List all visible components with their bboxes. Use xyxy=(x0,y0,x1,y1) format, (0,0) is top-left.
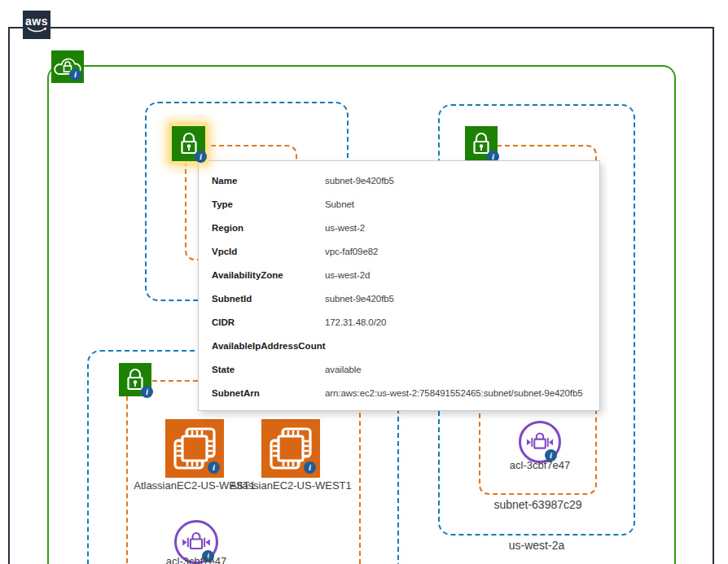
info-badge-icon[interactable]: i xyxy=(195,151,207,163)
subnet-tooltip: Name subnet-9e420fb5 Type Subnet Region … xyxy=(198,160,600,411)
ec2-instance-label-right: AtlassianEC2-US-WEST1 xyxy=(209,479,372,492)
network-acl-label-right: acl-3cbf7e47 xyxy=(479,459,601,471)
vpc-icon[interactable]: i xyxy=(51,50,84,83)
info-badge-icon[interactable]: i xyxy=(304,461,316,474)
tooltip-field-value: vpc-faf09e82 xyxy=(325,247,378,256)
subnet-lock-icon-hovered[interactable]: i xyxy=(172,126,205,161)
subnet-right-label: subnet-63987c29 xyxy=(479,498,597,511)
tooltip-row: SubnetId subnet-9e420fb5 xyxy=(199,286,599,310)
tooltip-row: AvailableIpAddressCount xyxy=(199,334,599,357)
aws-logo-text: aws xyxy=(25,16,48,27)
tooltip-row: SubnetArn arn:aws:ec2:us-west-2:75849155… xyxy=(199,381,599,404)
az-right-label: us-west-2a xyxy=(438,539,635,552)
info-badge-icon[interactable]: i xyxy=(141,386,153,398)
tooltip-field-label: State xyxy=(212,365,325,374)
tooltip-field-label: Name xyxy=(212,176,325,186)
tooltip-field-value: subnet-9e420fb5 xyxy=(325,294,394,304)
tooltip-row: State available xyxy=(199,357,599,381)
aws-logo: aws xyxy=(23,11,50,39)
ec2-instance-icon-right[interactable]: i xyxy=(261,419,320,478)
tooltip-field-label: AvailabilityZone xyxy=(212,270,325,280)
tooltip-field-label: Type xyxy=(212,199,325,209)
ec2-instance-icon-left[interactable]: i xyxy=(165,419,224,478)
tooltip-row: Type Subnet xyxy=(199,192,599,216)
tooltip-field-label: AvailableIpAddressCount xyxy=(212,341,326,351)
tooltip-field-value: Subnet xyxy=(325,199,354,209)
tooltip-field-value: 172.31.48.0/20 xyxy=(325,317,386,327)
tooltip-field-value: us-west-2d xyxy=(325,270,370,280)
tooltip-field-label: VpcId xyxy=(212,247,325,256)
tooltip-field-label: SubnetArn xyxy=(212,388,325,398)
tooltip-field-value: subnet-9e420fb5 xyxy=(325,176,394,186)
info-badge-icon[interactable]: i xyxy=(208,461,220,474)
tooltip-row: AvailabilityZone us-west-2d xyxy=(199,263,599,286)
tooltip-row: VpcId vpc-faf09e82 xyxy=(199,239,599,263)
tooltip-field-value: arn:aws:ec2:us-west-2:758491552465:subne… xyxy=(325,388,583,398)
tooltip-row: CIDR 172.31.48.0/20 xyxy=(199,310,599,334)
tooltip-field-label: CIDR xyxy=(212,317,325,327)
network-acl-label-bottom: acl-3cbf7e47 xyxy=(135,555,257,564)
tooltip-row: Name subnet-9e420fb5 xyxy=(199,168,599,192)
subnet-lock-icon-right[interactable]: i xyxy=(465,126,498,161)
tooltip-field-label: Region xyxy=(212,223,325,233)
tooltip-row: Region us-west-2 xyxy=(199,216,599,239)
aws-smile-icon xyxy=(26,27,47,33)
tooltip-field-label: SubnetId xyxy=(212,294,325,304)
network-acl-icon-right[interactable]: i xyxy=(519,421,561,463)
tooltip-field-value: us-west-2 xyxy=(325,223,365,233)
tooltip-field-value: available xyxy=(325,365,362,374)
info-badge-icon[interactable]: i xyxy=(69,68,81,81)
subnet-lock-icon-lower-left[interactable]: i xyxy=(119,363,151,396)
